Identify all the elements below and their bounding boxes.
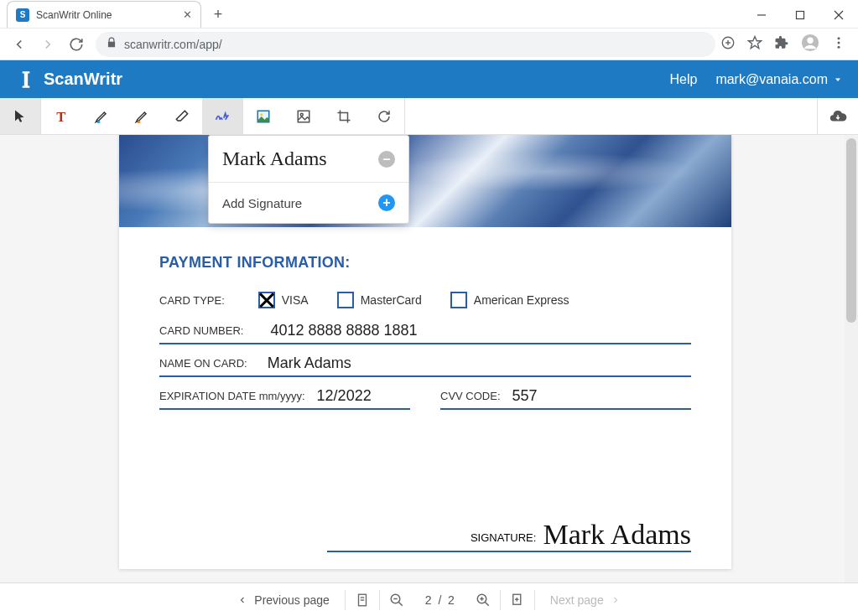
document-canvas[interactable]: PAYMENT INFORMATION: CARD TYPE: VISA Mas…: [0, 135, 858, 582]
expiration-value[interactable]: 12/2022: [317, 387, 372, 405]
card-type-mastercard-option[interactable]: MasterCard: [337, 292, 422, 308]
new-tab-button[interactable]: +: [206, 3, 230, 26]
svg-point-9: [807, 37, 813, 43]
user-email: mark@vanaia.com: [715, 72, 828, 87]
chevron-right-icon: [611, 595, 621, 605]
tab-title: ScanWritr Online: [36, 9, 183, 21]
svg-text:T: T: [56, 108, 65, 124]
card-type-row: CARD TYPE: VISA MasterCard American Expr…: [159, 292, 691, 308]
card-type-amex-option[interactable]: American Express: [450, 292, 569, 308]
svg-point-10: [838, 37, 840, 39]
expiration-label: EXPIRATION DATE mm/yyyy:: [159, 390, 305, 402]
tab-close-icon[interactable]: ✕: [183, 8, 192, 21]
name-on-card-row: NAME ON CARD: Mark Adams: [159, 355, 691, 377]
signature-value[interactable]: Mark Adams: [543, 520, 691, 549]
bookmark-star-icon[interactable]: [747, 35, 762, 54]
pagination-footer: Previous page 2 / 2 Next page: [0, 582, 858, 616]
cvv-label: CVV CODE:: [440, 390, 501, 402]
add-signature-button[interactable]: +: [378, 194, 395, 211]
card-number-row: CARD NUMBER: 4012 8888 8888 1881: [159, 322, 691, 344]
help-link[interactable]: Help: [669, 72, 697, 87]
mastercard-label: MasterCard: [361, 293, 422, 307]
add-signature-label: Add Signature: [222, 196, 302, 210]
browser-tab[interactable]: S ScanWritr Online ✕: [7, 1, 201, 28]
fit-page-button[interactable]: [346, 583, 379, 617]
signature-item[interactable]: Mark Adams –: [209, 136, 408, 182]
visa-label: VISA: [282, 293, 309, 307]
signature-label: SIGNATURE:: [471, 531, 537, 549]
profile-avatar-icon[interactable]: [801, 34, 819, 55]
rotate-tool[interactable]: [364, 98, 404, 134]
app-logo[interactable]: ScanWritr: [15, 69, 122, 91]
card-number-value[interactable]: 4012 8888 8888 1881: [270, 322, 417, 339]
app-header: ScanWritr Help mark@vanaia.com: [0, 60, 858, 98]
browser-address-row: scanwritr.com/app/: [0, 28, 858, 60]
add-page-button[interactable]: [501, 583, 534, 617]
svg-point-11: [838, 41, 840, 44]
add-signature-row[interactable]: Add Signature +: [209, 182, 408, 223]
name-on-card-value[interactable]: Mark Adams: [268, 355, 351, 372]
section-title: PAYMENT INFORMATION:: [159, 254, 691, 272]
pen-tool[interactable]: [122, 98, 162, 134]
browser-menu-icon[interactable]: [831, 35, 846, 54]
vertical-scrollbar[interactable]: [845, 135, 858, 582]
tab-favicon: S: [16, 8, 29, 22]
window-close-button[interactable]: [819, 3, 858, 28]
chevron-down-icon: [833, 75, 843, 85]
cloud-download-button[interactable]: [818, 98, 858, 134]
zoom-in-button[interactable]: [466, 583, 500, 617]
nav-reload-button[interactable]: [62, 30, 91, 59]
eraser-tool[interactable]: [162, 98, 202, 134]
image-tool[interactable]: [283, 98, 324, 134]
checkbox-visa[interactable]: [258, 292, 275, 308]
page-indicator: 2 / 2: [413, 593, 466, 607]
card-type-visa-option[interactable]: VISA: [258, 292, 309, 308]
previous-page-button[interactable]: Previous page: [222, 583, 345, 617]
extensions-icon[interactable]: [774, 35, 789, 54]
scrollbar-thumb[interactable]: [846, 138, 856, 323]
next-page-button[interactable]: Next page: [535, 583, 636, 617]
signature-item-name: Mark Adams: [222, 148, 327, 170]
amex-label: American Express: [474, 293, 569, 307]
checkbox-mastercard[interactable]: [337, 292, 354, 308]
zoom-out-button[interactable]: [380, 583, 413, 617]
text-cursor-icon: [15, 69, 37, 91]
svg-rect-1: [797, 12, 804, 19]
signature-row: SIGNATURE: Mark Adams: [327, 520, 691, 552]
signature-tool[interactable]: [202, 98, 242, 134]
svg-point-16: [260, 113, 263, 116]
window-maximize-button[interactable]: [781, 3, 819, 28]
expiration-row: EXPIRATION DATE mm/yyyy: 12/2022: [159, 387, 410, 410]
name-on-card-label: NAME ON CARD:: [159, 357, 247, 370]
svg-line-26: [485, 602, 489, 606]
text-tool[interactable]: T: [41, 98, 81, 134]
card-type-label: CARD TYPE:: [159, 294, 225, 307]
checkbox-amex[interactable]: [450, 292, 467, 308]
cvv-value[interactable]: 557: [512, 387, 538, 405]
crop-tool[interactable]: [324, 98, 364, 134]
url-text: scanwritr.com/app/: [124, 38, 222, 51]
svg-point-18: [300, 113, 303, 116]
address-bar[interactable]: scanwritr.com/app/: [96, 32, 715, 57]
user-menu[interactable]: mark@vanaia.com: [715, 72, 843, 87]
next-page-label: Next page: [550, 593, 604, 607]
nav-back-button[interactable]: [5, 30, 34, 59]
chevron-left-icon: [237, 595, 247, 605]
page-sep: /: [438, 593, 441, 607]
svg-line-23: [398, 602, 403, 606]
svg-point-12: [838, 45, 840, 48]
remove-signature-button[interactable]: –: [378, 151, 395, 168]
zoom-indicator-icon[interactable]: [720, 35, 736, 54]
previous-page-label: Previous page: [254, 593, 330, 607]
svg-marker-7: [749, 36, 762, 48]
cvv-row: CVV CODE: 557: [440, 387, 691, 410]
highlighter-tool[interactable]: [81, 98, 122, 134]
card-number-label: CARD NUMBER:: [159, 324, 243, 337]
select-tool[interactable]: [0, 98, 40, 134]
page-current: 2: [425, 593, 432, 607]
svg-marker-13: [835, 78, 840, 81]
page-total: 2: [448, 593, 455, 607]
image-fill-tool[interactable]: [243, 98, 283, 134]
nav-forward-button[interactable]: [34, 30, 62, 59]
window-minimize-button[interactable]: [742, 3, 781, 28]
